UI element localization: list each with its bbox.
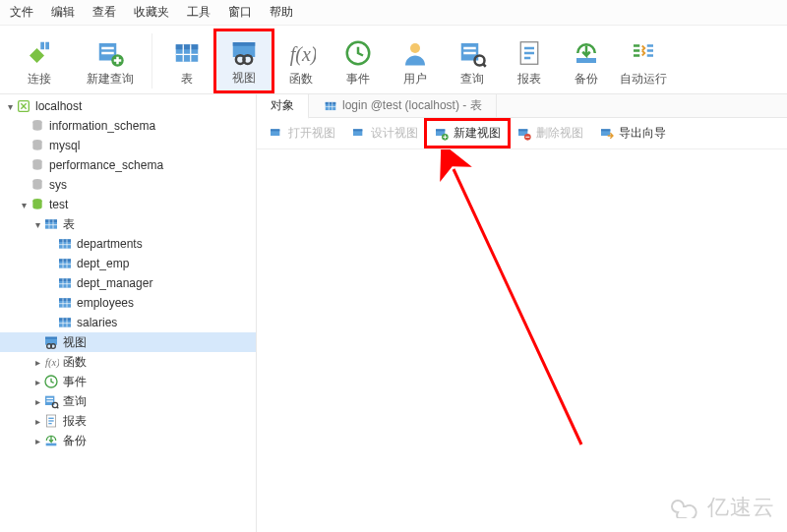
svg-rect-70 (436, 129, 445, 131)
db-icon (30, 157, 45, 173)
tree-node[interactable]: departments (0, 234, 256, 254)
tool-report[interactable]: 报表 (501, 31, 558, 92)
tree-label: dept_emp (77, 257, 129, 270)
watermark: 亿速云 (670, 493, 775, 522)
tree-node[interactable]: information_schema (0, 116, 256, 136)
tool-table[interactable]: 表 (158, 31, 215, 92)
tool-func[interactable]: f(x)函数 (272, 31, 330, 92)
tree-node[interactable]: dept_emp (0, 254, 256, 273)
subtool-label: 打开视图 (288, 125, 335, 142)
subtool-export[interactable]: 导出向导 (593, 122, 672, 145)
svg-rect-61 (48, 423, 51, 424)
clock-icon (343, 37, 373, 69)
report-icon (515, 37, 544, 69)
object-tree: ▾localhostinformation_schemamysqlperform… (0, 94, 257, 532)
tree-node[interactable]: ▾test (0, 195, 256, 214)
expand-arrow[interactable]: ▾ (4, 101, 16, 112)
tool-label: 查询 (460, 71, 484, 88)
tree-node[interactable]: 视图 (0, 332, 256, 352)
tool-label: 自动运行 (620, 71, 667, 88)
db-icon (30, 177, 45, 193)
view-del-icon (516, 126, 532, 142)
svg-rect-26 (634, 54, 639, 57)
menu-edit[interactable]: 编辑 (51, 4, 75, 21)
tree-node[interactable]: ▸f(x)函数 (0, 352, 256, 372)
svg-rect-16 (463, 46, 476, 49)
subtool-view-open: 打开视图 (263, 122, 341, 145)
menu-fav[interactable]: 收藏夹 (134, 4, 169, 21)
tree-node[interactable]: ▸查询 (0, 391, 256, 411)
tool-newquery[interactable]: 新建查询 (75, 31, 146, 92)
tool-connect[interactable]: 连接 (4, 31, 75, 92)
expand-arrow[interactable]: ▾ (18, 200, 30, 210)
subtool-label: 删除视图 (536, 125, 583, 142)
tree-node[interactable]: ▸事件 (0, 372, 256, 391)
subtool-view-design: 设计视图 (345, 122, 424, 145)
tree-label: dept_manager (77, 276, 152, 290)
expand-arrow[interactable]: ▸ (31, 416, 43, 427)
tree-node[interactable]: performance_schema (0, 155, 256, 175)
content-area: 对象login @test (localhost) - 表 打开视图设计视图新建… (257, 94, 787, 532)
tool-event[interactable]: 事件 (330, 31, 387, 92)
svg-rect-28 (647, 49, 653, 52)
tool-query[interactable]: 查询 (444, 31, 501, 92)
tool-backup[interactable]: 备份 (558, 31, 615, 92)
menu-help[interactable]: 帮助 (270, 4, 293, 21)
subtool-label: 设计视图 (371, 125, 418, 142)
svg-rect-27 (647, 44, 653, 47)
tree-label: 查询 (63, 393, 87, 410)
view-design-icon (351, 126, 367, 142)
tree-node[interactable]: dept_manager (0, 273, 256, 293)
db-icon (30, 118, 45, 134)
newquery-icon (95, 37, 125, 69)
user-icon (400, 37, 430, 69)
svg-rect-59 (48, 418, 53, 419)
subtool-label: 导出向导 (619, 125, 666, 142)
tree-node[interactable]: ▾表 (0, 214, 256, 234)
tab-label: login @test (localhost) - 表 (342, 97, 482, 114)
table-icon (57, 295, 73, 311)
expand-arrow[interactable]: ▸ (31, 396, 43, 407)
svg-rect-73 (518, 129, 527, 131)
tree-node[interactable]: employees (0, 293, 256, 313)
tool-user[interactable]: 用户 (387, 31, 444, 92)
export-icon (599, 126, 615, 142)
svg-rect-49 (45, 337, 57, 339)
tree-node[interactable]: mysql (0, 136, 256, 155)
sub-toolbar: 打开视图设计视图新建视图删除视图导出向导 (257, 118, 787, 149)
tree-node[interactable]: sys (0, 175, 256, 195)
svg-rect-76 (601, 129, 610, 131)
expand-arrow[interactable]: ▾ (31, 219, 43, 230)
expand-arrow[interactable]: ▸ (31, 377, 43, 387)
tree-label: information_schema (49, 119, 155, 133)
view-new-icon (434, 126, 450, 142)
expand-arrow[interactable]: ▸ (31, 436, 43, 446)
content-tab[interactable]: 对象 (257, 94, 309, 119)
expand-arrow[interactable]: ▸ (31, 357, 43, 368)
svg-rect-23 (576, 58, 596, 63)
view-icon (229, 36, 259, 68)
table-icon (43, 216, 59, 232)
svg-rect-0 (40, 41, 44, 49)
svg-rect-66 (271, 129, 279, 131)
tree-node[interactable]: ▸备份 (0, 431, 256, 450)
svg-rect-55 (46, 398, 53, 399)
tool-autorun[interactable]: 自动运行 (615, 31, 672, 92)
tree-node[interactable]: salaries (0, 313, 256, 332)
menu-tools[interactable]: 工具 (187, 4, 211, 21)
svg-rect-17 (463, 51, 476, 54)
svg-text:f(x): f(x) (45, 357, 59, 369)
menu-file[interactable]: 文件 (10, 4, 33, 21)
tree-label: 报表 (63, 413, 87, 430)
menu-view[interactable]: 查看 (92, 4, 116, 21)
subtool-view-new[interactable]: 新建视图 (428, 122, 507, 145)
tree-node[interactable]: ▸报表 (0, 411, 256, 431)
tool-label: 新建查询 (87, 71, 134, 88)
svg-line-77 (454, 169, 581, 444)
tool-label: 连接 (28, 71, 51, 88)
tree-node[interactable]: ▾localhost (0, 96, 256, 116)
tree-label: 备份 (63, 433, 87, 449)
tool-view[interactable]: 视图 (215, 30, 272, 91)
content-tab[interactable]: login @test (localhost) - 表 (309, 94, 497, 117)
menu-window[interactable]: 窗口 (228, 4, 252, 21)
